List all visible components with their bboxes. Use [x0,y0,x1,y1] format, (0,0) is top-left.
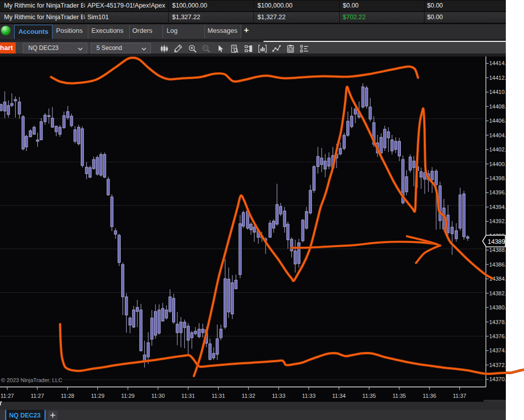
svg-text:11:29: 11:29 [91,393,104,399]
svg-text:14382.: 14382. [489,290,506,296]
svg-text:14398.: 14398. [489,175,506,181]
svg-text:© 2023 NinjaTrader, LLC: © 2023 NinjaTrader, LLC [1,377,62,383]
svg-text:14406.: 14406. [489,118,506,124]
svg-text:14370.: 14370. [489,376,506,382]
svg-text:14402.: 14402. [489,146,506,152]
svg-text:11:35: 11:35 [393,393,406,399]
svg-text:11:31: 11:31 [212,393,225,399]
svg-text:11:35: 11:35 [362,393,376,399]
svg-text:14388.: 14388. [489,247,506,253]
svg-text:NQ DEC23: NQ DEC23 [9,412,41,419]
svg-text:14394.: 14394. [489,204,506,210]
svg-text:11:34: 11:34 [332,393,346,399]
svg-text:14400.: 14400. [489,161,506,167]
svg-text:11:30: 11:30 [151,393,165,399]
svg-text:11:29: 11:29 [121,393,135,399]
svg-text:11:33: 11:33 [272,393,286,399]
svg-text:11:31: 11:31 [181,393,195,399]
svg-text:11:28: 11:28 [61,393,74,399]
svg-text:14386.: 14386. [489,261,506,268]
svg-text:14378.: 14378. [489,319,506,325]
svg-text:14374.: 14374. [489,347,506,353]
svg-text:14376.: 14376. [489,333,506,339]
svg-text:14396.: 14396. [489,189,506,195]
svg-text:11:32: 11:32 [242,393,255,399]
svg-text:14412.: 14412. [489,75,506,81]
svg-text:11:33: 11:33 [302,393,316,399]
svg-text:14389.: 14389. [488,238,507,245]
svg-text:11:27: 11:27 [1,393,14,399]
svg-text:14380.: 14380. [489,304,506,310]
svg-text:14410.: 14410. [489,89,506,95]
svg-text:11:27: 11:27 [31,393,44,399]
svg-text:14392.: 14392. [489,218,506,224]
svg-text:11:37: 11:37 [453,393,466,399]
svg-text:14408.: 14408. [489,103,506,110]
svg-text:14372.: 14372. [489,362,506,368]
svg-text:11:36: 11:36 [423,393,436,399]
svg-text:14404.: 14404. [489,132,506,138]
svg-text:14414.: 14414. [489,60,506,66]
